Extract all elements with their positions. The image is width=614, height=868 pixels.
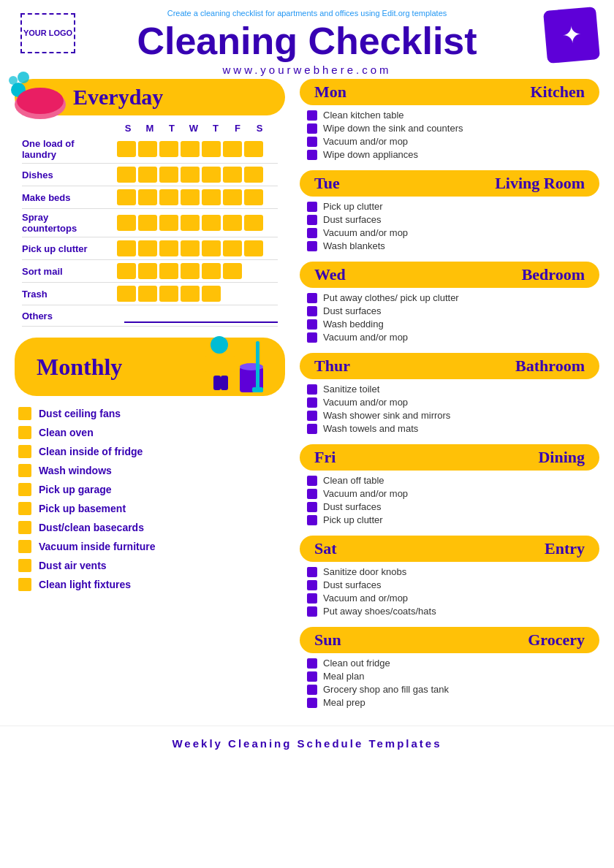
- task-item: Wipe down the sink and counters: [307, 123, 592, 134]
- task-checkbox[interactable]: [307, 515, 317, 525]
- task-checkbox[interactable]: [307, 110, 317, 121]
- task-checkbox[interactable]: [307, 567, 317, 577]
- sq: [202, 215, 221, 231]
- sq-empty: [223, 286, 242, 302]
- sq: [202, 141, 221, 157]
- task-checkbox[interactable]: [307, 502, 317, 512]
- checkbox[interactable]: [18, 464, 31, 477]
- task-text: Vacuum and/or mop: [323, 332, 408, 343]
- task-checkbox[interactable]: [307, 384, 317, 395]
- task-checkbox[interactable]: [307, 215, 317, 225]
- list-item: Dust ceiling fans: [18, 407, 281, 420]
- task-text: Sanitize toilet: [323, 384, 379, 395]
- task-item: Vacuum and/or mop: [307, 332, 592, 343]
- task-checkbox[interactable]: [307, 606, 317, 617]
- task-checkbox[interactable]: [307, 424, 317, 434]
- row-label-clutter: Pick up clutter: [22, 243, 117, 254]
- day-f: F: [227, 123, 249, 134]
- task-item: Vacuum and or/mop: [307, 593, 592, 604]
- svg-point-5: [211, 336, 228, 354]
- sq: [181, 215, 200, 231]
- task-checkbox[interactable]: [307, 137, 317, 147]
- row-squares-trash: [117, 286, 263, 302]
- svg-rect-10: [221, 376, 228, 390]
- task-checkbox[interactable]: [307, 123, 317, 134]
- task-checkbox[interactable]: [307, 411, 317, 421]
- task-checkbox[interactable]: [307, 685, 317, 695]
- list-item-text: Dust ceiling fans: [39, 408, 121, 419]
- monthly-label: Monthly: [37, 354, 122, 381]
- checkbox[interactable]: [18, 483, 31, 496]
- checkbox[interactable]: [18, 502, 31, 515]
- task-text: Vacuum and/or mop: [323, 488, 408, 499]
- sq: [159, 141, 178, 157]
- everyday-section: Everyday S M T W T F S One load: [15, 79, 285, 327]
- main-content: Everyday S M T W T F S One load: [0, 79, 614, 718]
- sq-empty: [244, 286, 263, 302]
- task-item: Sanitize door knobs: [307, 566, 592, 577]
- sq: [138, 240, 157, 256]
- task-item: Clean off table: [307, 475, 592, 486]
- task-checkbox[interactable]: [307, 489, 317, 499]
- task-checkbox[interactable]: [307, 698, 317, 708]
- logo-box: YOUR LOGO: [20, 13, 75, 53]
- day-banner-tue: Tue Living Room: [300, 170, 599, 197]
- task-checkbox[interactable]: [307, 332, 317, 343]
- checkbox[interactable]: [18, 445, 31, 458]
- task-checkbox[interactable]: [307, 397, 317, 408]
- sq: [244, 167, 263, 183]
- task-checkbox[interactable]: [307, 293, 317, 303]
- task-text: Clean off table: [323, 475, 384, 486]
- checkbox[interactable]: [18, 407, 31, 420]
- row-squares-mail: [117, 263, 263, 279]
- task-text: Wash shower sink and mirrors: [323, 410, 450, 421]
- task-checkbox[interactable]: [307, 150, 317, 160]
- task-checkbox[interactable]: [307, 580, 317, 590]
- page: YOUR LOGO Create a cleaning checklist fo…: [0, 0, 614, 868]
- checkbox[interactable]: [18, 521, 31, 534]
- list-item: Clean light fixtures: [18, 578, 281, 591]
- checkbox[interactable]: [18, 578, 31, 591]
- task-text: Sanitize door knobs: [323, 566, 406, 577]
- row-label-dishes: Dishes: [22, 170, 117, 180]
- task-text: Clean kitchen table: [323, 110, 404, 121]
- task-checkbox[interactable]: [307, 658, 317, 669]
- task-checkbox[interactable]: [307, 671, 317, 682]
- sq: [138, 215, 157, 231]
- sq: [202, 167, 221, 183]
- others-line: [124, 308, 278, 323]
- sq: [159, 167, 178, 183]
- task-item: Meal plan: [307, 671, 592, 682]
- task-checkbox[interactable]: [307, 476, 317, 486]
- day-banner-sat: Sat Entry: [300, 536, 599, 562]
- sq: [117, 240, 136, 256]
- day-name-fri: Fri: [314, 448, 358, 467]
- task-text: Dust surfaces: [323, 501, 381, 512]
- task-checkbox[interactable]: [307, 228, 317, 238]
- sq: [117, 167, 136, 183]
- task-item: Vacuum and/or mop: [307, 488, 592, 499]
- list-item-text: Clean light fixtures: [39, 579, 131, 590]
- sq: [223, 263, 242, 279]
- list-item-text: Dust air vents: [39, 560, 107, 571]
- day-room-sun: Grocery: [528, 631, 585, 650]
- task-item: Pick up clutter: [307, 514, 592, 525]
- day-name-wed: Wed: [314, 265, 358, 284]
- checkbox[interactable]: [18, 540, 31, 553]
- day-banner-sun: Sun Grocery: [300, 627, 599, 653]
- task-checkbox[interactable]: [307, 593, 317, 604]
- task-text: Clean out fridge: [323, 658, 390, 669]
- task-checkbox[interactable]: [307, 241, 317, 251]
- sq: [244, 141, 263, 157]
- task-text: Put away clothes/ pick up clutter: [323, 292, 459, 303]
- task-checkbox[interactable]: [307, 202, 317, 212]
- checkbox[interactable]: [18, 559, 31, 572]
- grid-row-others: Others: [22, 308, 278, 327]
- checkbox[interactable]: [18, 426, 31, 439]
- task-checkbox[interactable]: [307, 306, 317, 316]
- day-tasks-sat: Sanitize door knobs Dust surfaces Vacuum…: [300, 566, 599, 617]
- task-item: Wash blankets: [307, 240, 592, 251]
- task-checkbox[interactable]: [307, 319, 317, 330]
- day-name-sat: Sat: [314, 539, 358, 558]
- sq: [117, 286, 136, 302]
